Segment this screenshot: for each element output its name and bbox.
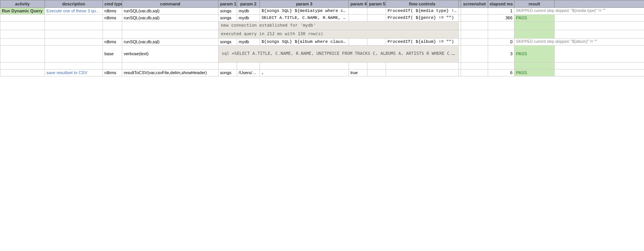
cmdtype-cell[interactable]: base: [103, 45, 122, 62]
elapsed-cell[interactable]: 0: [488, 38, 514, 45]
command-cell[interactable]: runSQL(var,db,sql): [122, 8, 219, 15]
elapsed-cell[interactable]: 3: [488, 45, 514, 62]
result-cell[interactable]: SKIPPED current step skipped: "${album}"…: [514, 38, 644, 45]
param1-cell[interactable]: songs: [219, 15, 237, 22]
param3-cell[interactable]: ,: [260, 69, 349, 76]
log-row: executed query in 212 ms with 130 row(s): [0, 30, 644, 38]
activity-cell[interactable]: Run Dynamic Query: [0, 8, 45, 15]
table-row[interactable]: rdbms runSQL(var,db,sql) songs mydb SELE…: [0, 15, 644, 22]
param1-cell[interactable]: songs: [219, 8, 237, 15]
screenshot-cell[interactable]: [461, 69, 488, 76]
description-cell[interactable]: [45, 15, 103, 22]
param2-cell[interactable]: mydb: [237, 38, 260, 45]
header-param1[interactable]: param 1: [219, 0, 237, 8]
command-cell[interactable]: runSQL(var,db,sql): [122, 15, 219, 22]
header-param5[interactable]: param 5: [367, 0, 386, 8]
table-header-row: activity description cmd type command pa…: [0, 0, 644, 8]
cmdtype-cell[interactable]: rdbms: [103, 8, 122, 15]
screenshot-cell[interactable]: [461, 38, 488, 45]
screenshot-cell[interactable]: [461, 15, 488, 22]
header-elapsed[interactable]: elapsed ms: [488, 0, 514, 8]
result-cell[interactable]: PASS: [514, 45, 555, 62]
elapsed-cell[interactable]: 6: [488, 69, 514, 76]
header-screenshot[interactable]: screenshot: [461, 0, 488, 8]
description-cell[interactable]: save resultset to CSV: [45, 69, 103, 76]
results-table: activity description cmd type command pa…: [0, 0, 644, 76]
header-cmdtype[interactable]: cmd type: [103, 0, 122, 8]
param4-cell[interactable]: [349, 8, 367, 15]
description-cell[interactable]: [45, 38, 103, 45]
param2-cell[interactable]: mydb: [237, 8, 260, 15]
header-description[interactable]: description: [45, 0, 103, 8]
table-row[interactable]: Run Dynamic Query Execute one of these 3…: [0, 8, 644, 15]
param2-text: /Users/ml09: [239, 70, 260, 75]
screenshot-cell[interactable]: [461, 8, 488, 15]
extra-cell[interactable]: [555, 15, 644, 22]
command-cell[interactable]: runSQL(var,db,sql): [122, 38, 219, 45]
param3-text: SELECT A.TITLE, C.NAME, R.NAME, UNITPRIC…: [261, 15, 349, 20]
result-cell[interactable]: PASS: [514, 69, 555, 76]
table-row[interactable]: base verbose(text) sql =SELECT A.TITLE, …: [0, 45, 644, 62]
param4-cell[interactable]: [349, 38, 367, 45]
param3-cell[interactable]: ${songs SQL} ${album where clause}: [260, 38, 349, 45]
command-cell[interactable]: resultToCSV(var,csvFile,delim,showHeader…: [122, 69, 219, 76]
header-extra[interactable]: [555, 0, 644, 8]
activity-cell[interactable]: [0, 69, 45, 76]
header-param3[interactable]: param 3: [260, 0, 349, 8]
screenshot-cell[interactable]: [461, 45, 488, 62]
param4-cell[interactable]: [349, 15, 367, 22]
description-cell[interactable]: [45, 45, 103, 62]
param4-cell[interactable]: true: [349, 69, 367, 76]
verbose-output: sql =SELECT A.TITLE, C.NAME, R.NAME, UNI…: [219, 45, 459, 62]
flow-cell[interactable]: ProceedIf( ${media type} != ""): [386, 8, 459, 15]
blank-row: [0, 62, 644, 69]
activity-cell[interactable]: [0, 15, 45, 22]
cmdtype-cell[interactable]: rdbms: [103, 15, 122, 22]
header-flow[interactable]: flow controls: [386, 0, 459, 8]
param2-cell[interactable]: mydb: [237, 15, 260, 22]
cmdtype-cell[interactable]: rdbms: [103, 69, 122, 76]
param3-cell[interactable]: SELECT A.TITLE, C.NAME, R.NAME, UNITPRIC…: [260, 15, 349, 22]
elapsed-cell[interactable]: 1: [488, 8, 514, 15]
header-command[interactable]: command: [122, 0, 219, 8]
activity-cell[interactable]: [0, 38, 45, 45]
log-row: new connection established for 'mydb': [0, 22, 644, 30]
flow-cell[interactable]: ProceedIf( ${album} != ""): [386, 38, 459, 45]
param1-cell[interactable]: songs: [219, 69, 237, 76]
param5-cell[interactable]: [367, 15, 386, 22]
header-result[interactable]: result: [514, 0, 555, 8]
activity-cell[interactable]: [0, 45, 45, 62]
elapsed-cell[interactable]: 366: [488, 15, 514, 22]
param1-cell[interactable]: songs: [219, 38, 237, 45]
param5-cell[interactable]: [367, 38, 386, 45]
extra-cell[interactable]: [555, 45, 644, 62]
flow-cell[interactable]: ProceedIf( ${genre} != ""): [386, 15, 459, 22]
table-row[interactable]: save resultset to CSV rdbms resultToCSV(…: [0, 69, 644, 76]
result-cell[interactable]: SKIPPED current step skipped: "${media t…: [514, 8, 644, 15]
description-cell[interactable]: Execute one of these 3 queries: [45, 8, 103, 15]
extra-cell[interactable]: [555, 69, 644, 76]
param3-cell[interactable]: ${songs SQL} ${mediatype where clause}: [260, 8, 349, 15]
header-param2[interactable]: param 2: [237, 0, 260, 8]
param2-cell[interactable]: /Users/ml09: [237, 69, 260, 76]
cmdtype-cell[interactable]: rdbms: [103, 38, 122, 45]
result-cell[interactable]: PASS: [514, 15, 555, 22]
param5-cell[interactable]: [367, 8, 386, 15]
header-param4[interactable]: param 4: [349, 0, 367, 8]
command-cell[interactable]: verbose(text): [122, 45, 219, 62]
log-text: executed query in 212 ms with 130 row(s): [219, 30, 459, 38]
flow-cell[interactable]: [386, 69, 459, 76]
header-activity[interactable]: activity: [0, 0, 45, 8]
table-row[interactable]: rdbms runSQL(var,db,sql) songs mydb ${so…: [0, 38, 644, 45]
param5-cell[interactable]: [367, 69, 386, 76]
log-text: new connection established for 'mydb': [219, 22, 459, 30]
